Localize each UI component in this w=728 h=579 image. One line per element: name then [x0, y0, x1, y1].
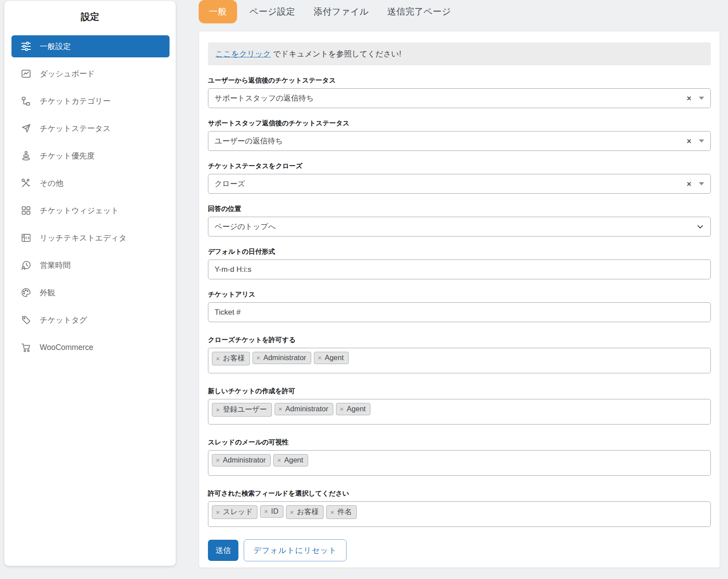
tag-label: お客様 — [297, 507, 319, 517]
tab-submission-complete[interactable]: 送信完了ページ — [387, 6, 451, 18]
field-label: クローズチケットを許可する — [208, 335, 711, 344]
sidebar-item-label: リッチテキストエディタ — [40, 233, 127, 243]
sidebar-item-business-hours[interactable]: 営業時間 — [11, 254, 170, 276]
field-status-after-user-reply: ユーザーから返信後のチケットステータス サポートスタッフの返信待ち × — [208, 76, 711, 108]
selected-value: ページのトップへ — [215, 222, 276, 232]
tag-label: Agent — [324, 353, 343, 362]
dropdown-arrow-icon[interactable] — [699, 139, 704, 143]
clear-selection-icon[interactable]: × — [687, 137, 691, 145]
sidebar-item-label: チケット優先度 — [40, 150, 94, 161]
tag-chip: ×Agent — [273, 454, 308, 466]
tab-general[interactable]: 一般 — [199, 0, 237, 23]
documentation-link[interactable]: ここをクリック — [215, 49, 271, 58]
field-label: スレッドのメールの可視性 — [208, 438, 711, 446]
sidebar-item-rich-text-editor[interactable]: リッチテキストエディタ — [11, 227, 170, 249]
sidebar-menu: 一般設定 ダッシュボード チケットカテゴリー — [4, 35, 176, 358]
tag-label: Administrator — [285, 405, 328, 413]
sidebar-item-label: チケットウィジェット — [40, 205, 119, 216]
tag-label: Administrator — [263, 353, 306, 362]
field-thread-email-visibility: スレッドのメールの可視性 ×Administrator ×Agent — [208, 438, 711, 476]
sidebar-item-appearance[interactable]: 外観 — [11, 282, 170, 304]
tag-label: 登録ユーザー — [223, 405, 267, 414]
reset-to-default-button[interactable]: デフォルトにリセット — [244, 539, 347, 561]
selected-value: ユーザーの返信待ち — [215, 136, 283, 146]
tag-chip: ×件名 — [326, 505, 357, 519]
tab-page-settings[interactable]: ページ設定 — [249, 6, 295, 18]
field-status-after-agent-reply: サポートスタッフ返信後のチケットステータス ユーザーの返信待ち × — [208, 119, 711, 151]
sidebar-item-ticket-status[interactable]: チケットステータス — [11, 117, 170, 139]
tag-label: スレッド — [223, 507, 253, 517]
sidebar-item-ticket-categories[interactable]: チケットカテゴリー — [11, 90, 170, 112]
tag-label: Administrator — [223, 456, 266, 464]
settings-main: 一般 ページ設定 添付ファイル 送信完了ページ ここをクリック でドキュメントを… — [199, 0, 720, 568]
field-reply-position: 回答の位置 ページのトップへ — [208, 204, 711, 237]
thread-email-visibility-multiselect[interactable]: ×Administrator ×Agent — [208, 450, 711, 476]
remove-tag-icon[interactable]: × — [277, 457, 281, 463]
submit-button[interactable]: 送信 — [208, 540, 238, 561]
allow-close-ticket-multiselect[interactable]: ×お客様 ×Administrator ×Agent — [208, 348, 711, 373]
dropdown-arrow-icon[interactable] — [699, 182, 704, 185]
cart-icon — [20, 342, 32, 353]
reply-position-select[interactable]: ページのトップへ — [208, 217, 711, 237]
close-ticket-status-select[interactable]: クローズ × — [208, 174, 711, 194]
tag-chip: ×登録ユーザー — [212, 403, 272, 417]
general-settings-card: ここをクリック でドキュメントを参照してください! ユーザーから返信後のチケット… — [199, 31, 720, 568]
sidebar-item-ticket-widget[interactable]: チケットウィジェット — [11, 199, 170, 222]
tag-chip: ×スレッド — [212, 505, 257, 519]
sidebar-item-woocommerce[interactable]: WooCommerce — [11, 336, 170, 358]
remove-tag-icon[interactable]: × — [340, 406, 344, 412]
dropdown-arrow-icon[interactable] — [699, 97, 704, 100]
field-close-ticket-status: チケットステータスをクローズ クローズ × — [208, 162, 711, 194]
ticket-alias-input[interactable] — [208, 302, 711, 322]
tag-chip: ×Administrator — [275, 403, 333, 415]
remove-tag-icon[interactable]: × — [290, 509, 294, 515]
field-default-date-format: デフォルトの日付形式 — [208, 247, 711, 279]
selected-value: クローズ — [215, 179, 245, 189]
date-format-input[interactable] — [208, 259, 711, 279]
status-after-user-reply-select[interactable]: サポートスタッフの返信待ち × — [208, 88, 711, 108]
settings-tabs: 一般 ページ設定 添付ファイル 送信完了ページ — [199, 0, 720, 23]
field-allow-close-ticket: クローズチケットを許可する ×お客様 ×Administrator ×Agent — [208, 335, 711, 373]
form-actions: 送信 デフォルトにリセット — [208, 539, 711, 561]
tag-label: Agent — [347, 405, 366, 413]
tag-label: Agent — [284, 456, 303, 464]
allowed-search-fields-multiselect[interactable]: ×スレッド ×ID ×お客様 ×件名 — [208, 501, 711, 527]
palette-icon — [20, 287, 32, 298]
settings-sidebar: 設定 一般設定 ダッシュボード — [4, 1, 176, 566]
sidebar-item-dashboard[interactable]: ダッシュボード — [11, 63, 170, 85]
tab-attachments[interactable]: 添付ファイル — [313, 6, 369, 18]
sidebar-item-ticket-tags[interactable]: チケットタグ — [11, 309, 170, 331]
tools-icon — [20, 177, 32, 189]
status-after-agent-reply-select[interactable]: ユーザーの返信待ち × — [208, 131, 711, 151]
tag-label: お客様 — [223, 353, 245, 363]
tag-chip: ×Agent — [314, 352, 349, 364]
clear-selection-icon[interactable]: × — [687, 180, 691, 188]
sidebar-item-label: 営業時間 — [40, 260, 71, 271]
field-label: チケットアリス — [208, 290, 711, 298]
field-label: チケットステータスをクローズ — [208, 162, 711, 170]
remove-tag-icon[interactable]: × — [216, 509, 220, 515]
sidebar-item-label: ダッシュボード — [40, 68, 95, 79]
remove-tag-icon[interactable]: × — [318, 354, 322, 361]
remove-tag-icon[interactable]: × — [216, 457, 220, 463]
remove-tag-icon[interactable]: × — [330, 509, 334, 515]
sidebar-item-ticket-priority[interactable]: チケット優先度 — [11, 145, 170, 167]
remove-tag-icon[interactable]: × — [279, 406, 283, 412]
sidebar-item-general-settings[interactable]: 一般設定 — [11, 35, 170, 57]
tag-chip: ×お客様 — [286, 505, 324, 519]
rich-editor-icon — [20, 232, 32, 244]
tag-chip: ×Administrator — [253, 352, 311, 364]
remove-tag-icon[interactable]: × — [264, 508, 268, 515]
selected-value: サポートスタッフの返信待ち — [215, 93, 314, 103]
notice-text: でドキュメントを参照してください! — [271, 49, 401, 58]
documentation-notice: ここをクリック でドキュメントを参照してください! — [208, 42, 711, 65]
tag-chip: ×ID — [260, 505, 283, 518]
remove-tag-icon[interactable]: × — [256, 354, 260, 361]
clear-selection-icon[interactable]: × — [687, 94, 691, 102]
field-label: 新しいチケットの作成を許可 — [208, 387, 711, 395]
remove-tag-icon[interactable]: × — [216, 406, 220, 413]
allow-create-ticket-multiselect[interactable]: ×登録ユーザー ×Administrator ×Agent — [208, 399, 711, 425]
remove-tag-icon[interactable]: × — [216, 355, 220, 362]
chevron-down-icon — [696, 223, 704, 231]
sidebar-item-others[interactable]: その他 — [11, 172, 170, 194]
